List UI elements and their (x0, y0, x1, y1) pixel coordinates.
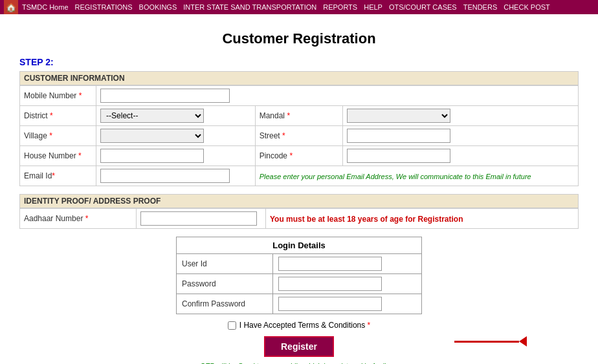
nav-tenders[interactable]: TENDERS (463, 3, 498, 11)
street-label: Street * (255, 126, 342, 146)
identity-table: Aadhaar Number * You must be at least 18… (19, 208, 579, 229)
userid-label: User Id (177, 254, 273, 274)
step-label: STEP 2: (19, 57, 579, 67)
mandal-label: Mandal * (255, 106, 342, 126)
nav-check-post[interactable]: CHECK POST (504, 3, 550, 11)
pincode-label: Pincode * (255, 146, 342, 166)
userid-input[interactable] (278, 257, 382, 271)
email-label: Email Id* (20, 166, 96, 186)
mobile-number-row: Mobile Number * (20, 86, 579, 106)
nav-inter-state[interactable]: INTER STATE SAND TRANSPORTATION (183, 3, 316, 11)
mandal-select[interactable] (347, 109, 450, 123)
password-row: Password (177, 274, 422, 294)
house-number-input[interactable] (100, 149, 204, 163)
terms-row: I Have Accepted Terms & Conditions * (19, 321, 579, 330)
home-icon[interactable]: 🏠 (4, 0, 18, 14)
arrow-head (519, 336, 527, 347)
district-mandal-row: District * --Select-- Mandal * (20, 106, 579, 126)
login-details-header: Login Details (177, 237, 422, 254)
userid-row: User Id (177, 254, 422, 274)
street-input[interactable] (347, 129, 450, 143)
customer-info-table: Mobile Number * District * --Select-- Ma… (19, 85, 579, 186)
district-label: District * (20, 106, 96, 126)
nav-reports[interactable]: REPORTS (323, 3, 357, 11)
village-street-row: Village * Street * (20, 126, 579, 146)
house-pincode-row: House Number * Pincode * (20, 146, 579, 166)
village-label: Village * (20, 126, 96, 146)
confirm-password-input[interactable] (278, 297, 382, 311)
aadhaar-label: Aadhaar Number * (20, 209, 137, 229)
password-input[interactable] (278, 277, 382, 291)
nav-help[interactable]: HELP (364, 3, 382, 11)
password-label: Password (177, 274, 273, 294)
identity-section-header: IDENTITY PROOF/ ADDRESS PROOF (19, 194, 579, 208)
age-warning: You must be at least 18 years of age for… (270, 215, 463, 224)
house-number-label: House Number * (20, 146, 96, 166)
nav-registrations[interactable]: REGISTRATIONS (75, 3, 133, 11)
mobile-number-input[interactable] (100, 89, 230, 103)
terms-checkbox[interactable] (228, 321, 236, 330)
aadhaar-row: Aadhaar Number * You must be at least 18… (20, 209, 579, 229)
email-hint: Please enter your personal Email Address… (260, 173, 531, 180)
email-input[interactable] (100, 169, 230, 183)
confirm-password-row: Confirm Password (177, 294, 422, 314)
arrow-line (454, 341, 519, 343)
email-row: Email Id* Please enter your personal Ema… (20, 166, 579, 186)
nav-ots-court[interactable]: OTS/COURT CASES (389, 3, 457, 11)
navbar: 🏠 TSMDC Home REGISTRATIONS BOOKINGS INTE… (0, 0, 598, 14)
customer-section-header: CUSTOMER INFORMATION (19, 71, 579, 85)
pincode-input[interactable] (347, 149, 450, 163)
page-title: Customer Registration (19, 30, 579, 47)
village-select[interactable] (100, 129, 204, 143)
nav-tsmdc-home[interactable]: TSMDC Home (22, 3, 69, 11)
register-area: Register (19, 336, 579, 357)
aadhaar-input[interactable] (140, 211, 257, 226)
mobile-number-label: Mobile Number * (20, 86, 96, 106)
register-button[interactable]: Register (264, 336, 334, 357)
arrow-annotation (454, 336, 527, 347)
confirm-password-label: Confirm Password (177, 294, 273, 314)
login-details-wrapper: Login Details User Id Password Confirm P… (19, 237, 579, 314)
nav-bookings[interactable]: BOOKINGS (139, 3, 177, 11)
terms-label: I Have Accepted Terms & Conditions * (239, 321, 371, 330)
main-content: Customer Registration STEP 2: CUSTOMER I… (0, 14, 598, 364)
login-details-table: Login Details User Id Password Confirm P… (176, 237, 422, 314)
district-select[interactable]: --Select-- (100, 109, 204, 123)
